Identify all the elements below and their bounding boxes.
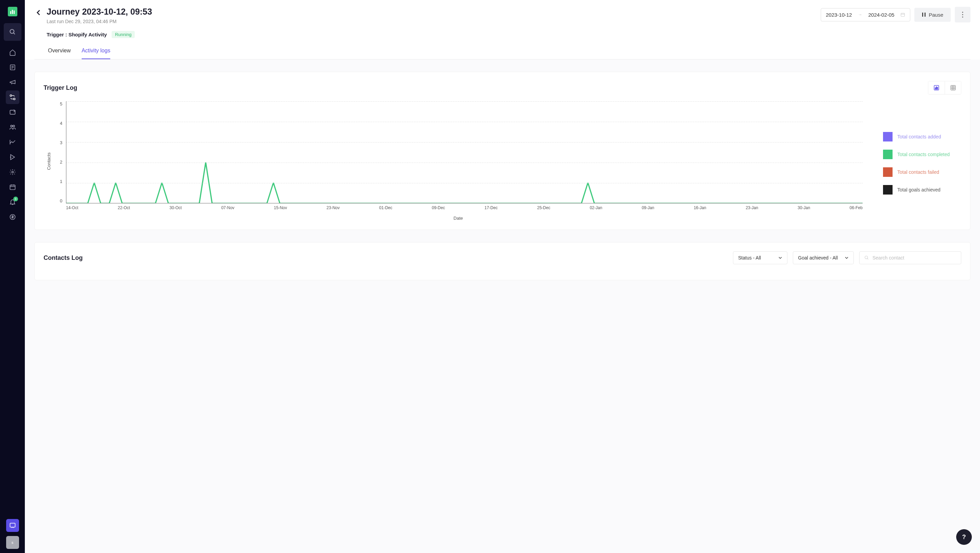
search-contact-input[interactable] (872, 255, 956, 261)
tab-overview[interactable]: Overview (48, 48, 71, 59)
nav-billing[interactable] (6, 210, 19, 224)
svg-point-25 (962, 12, 963, 13)
pause-button[interactable]: Pause (914, 8, 951, 22)
search-contact-wrap[interactable] (859, 251, 961, 264)
contacts-log-title: Contacts Log (43, 254, 83, 262)
nav-notifications[interactable]: 3 (6, 195, 19, 209)
app-logo[interactable] (8, 7, 18, 16)
svg-rect-21 (901, 13, 905, 16)
notification-badge: 3 (13, 197, 18, 201)
legend-color-failed (883, 167, 892, 177)
svg-rect-23 (922, 13, 923, 17)
user-avatar[interactable]: s (6, 536, 19, 549)
trigger-label: Trigger : Shopify Activity (47, 32, 107, 37)
nav-calendar[interactable] (6, 180, 19, 194)
chart-area: Contacts 543210 14-Oct22-Oct30-Oct07-Nov… (43, 101, 862, 221)
contacts-log-card: Contacts Log Status - All Goal achieved … (34, 242, 970, 280)
svg-rect-29 (935, 88, 936, 89)
nav-journeys[interactable] (6, 91, 19, 104)
date-start: 2023-10-12 (826, 12, 852, 17)
svg-point-14 (11, 172, 13, 173)
chart-icon (933, 85, 940, 91)
nav-home[interactable] (6, 46, 19, 59)
tabs: Overview Activity logs (34, 48, 970, 59)
svg-rect-2 (14, 11, 14, 14)
svg-rect-15 (10, 185, 15, 189)
svg-point-13 (13, 125, 14, 127)
trigger-log-title: Trigger Log (43, 84, 77, 92)
nav-analytics[interactable] (6, 135, 19, 149)
legend-color-goals (883, 185, 892, 194)
svg-point-12 (11, 125, 12, 127)
x-axis: 14-Oct22-Oct30-Oct07-Nov15-Nov23-Nov01-D… (66, 205, 862, 210)
svg-rect-20 (10, 523, 15, 527)
svg-line-38 (867, 259, 869, 259)
svg-point-9 (10, 95, 11, 97)
legend-added[interactable]: Total contacts added (883, 132, 961, 141)
last-run-text: Last run Dec 29, 2023, 04:46 PM (47, 19, 152, 24)
nav-contacts[interactable] (6, 60, 19, 74)
legend-completed[interactable]: Total contacts completed (883, 149, 961, 159)
table-view-button[interactable] (945, 81, 961, 94)
legend-failed[interactable]: Total contacts failed (883, 167, 961, 177)
svg-line-4 (13, 33, 14, 34)
svg-point-27 (962, 17, 963, 17)
svg-rect-31 (937, 87, 938, 89)
nav-settings[interactable] (6, 165, 19, 179)
status-filter[interactable]: Status - All (733, 251, 788, 264)
chart-legend: Total contacts added Total contacts comp… (883, 101, 961, 221)
y-axis: 543210 (60, 101, 62, 203)
help-button[interactable]: ? (956, 529, 972, 545)
svg-rect-11 (10, 110, 15, 114)
svg-point-3 (10, 30, 14, 34)
back-button[interactable] (34, 8, 43, 17)
x-axis-label: Date (54, 216, 862, 221)
chevron-down-icon (845, 256, 849, 259)
sidebar: 3 s (0, 0, 25, 553)
nav-engage[interactable] (6, 150, 19, 164)
page-title: Journey 2023-10-12, 09:53 (47, 7, 152, 17)
nav-audience[interactable] (6, 121, 19, 134)
nav-campaigns[interactable] (6, 76, 19, 89)
more-button[interactable] (955, 7, 970, 22)
goal-filter[interactable]: Goal achieved - All (793, 251, 854, 264)
chart-grid (66, 101, 862, 203)
date-end: 2024-02-05 (869, 12, 894, 17)
y-axis-label: Contacts (46, 153, 51, 170)
nav-chat[interactable] (6, 519, 19, 532)
svg-rect-0 (10, 11, 11, 14)
view-toggle (928, 81, 961, 95)
search-icon (864, 256, 869, 260)
search-button[interactable] (4, 23, 21, 41)
nav-forms[interactable] (6, 105, 19, 119)
legend-goals[interactable]: Total goals achieved (883, 185, 961, 194)
tab-activity-logs[interactable]: Activity logs (82, 48, 110, 59)
svg-rect-30 (936, 87, 937, 89)
trigger-log-card: Trigger Log Contacts 543210 (34, 72, 970, 230)
chevron-down-icon (778, 256, 782, 259)
page-header: Journey 2023-10-12, 09:53 Last run Dec 2… (25, 0, 980, 59)
svg-point-37 (865, 256, 868, 259)
svg-rect-32 (951, 85, 956, 90)
svg-point-26 (962, 14, 963, 15)
svg-rect-1 (12, 10, 13, 14)
more-vertical-icon (962, 11, 963, 17)
legend-color-added (883, 132, 892, 141)
calendar-icon (900, 12, 905, 17)
svg-rect-24 (924, 13, 926, 17)
status-badge: Running (111, 31, 135, 38)
table-icon (950, 85, 956, 91)
pause-icon (922, 12, 926, 17)
date-range-picker[interactable]: 2023-10-12 → 2024-02-05 (821, 8, 910, 21)
legend-color-completed (883, 149, 892, 159)
main-content: Journey 2023-10-12, 09:53 Last run Dec 2… (25, 0, 980, 553)
arrow-right-icon: → (858, 12, 862, 17)
chart-view-button[interactable] (928, 81, 945, 94)
svg-point-10 (13, 98, 15, 100)
